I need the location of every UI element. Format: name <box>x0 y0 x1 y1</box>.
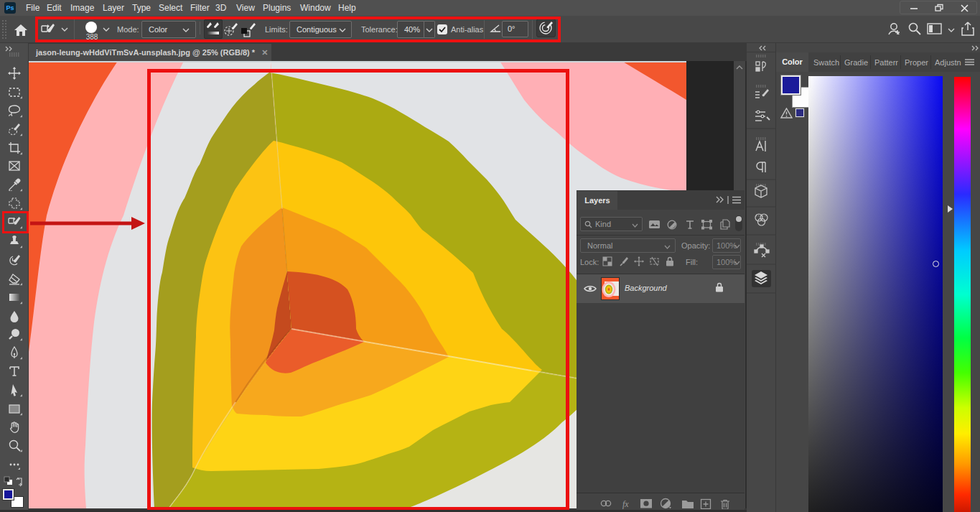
svg-text:fx: fx <box>622 499 629 509</box>
